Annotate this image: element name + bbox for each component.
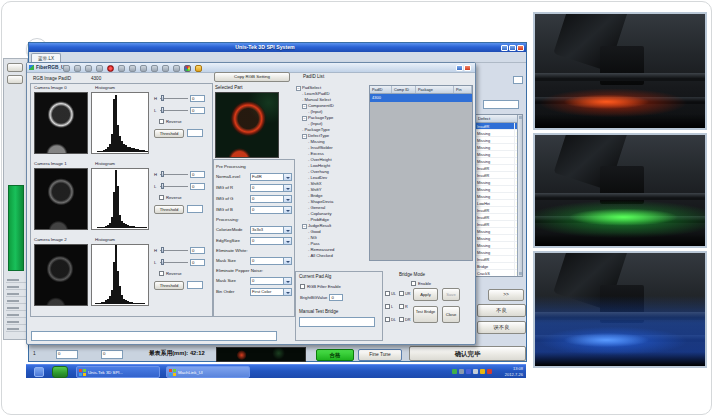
dialog-close-icon[interactable] bbox=[464, 65, 471, 71]
open-icon[interactable] bbox=[63, 65, 70, 72]
pass-button[interactable]: 合格 bbox=[316, 349, 354, 361]
h-value-input[interactable]: 0 bbox=[190, 95, 205, 102]
l-slider[interactable] bbox=[160, 107, 188, 114]
defect-row[interactable]: MissingN bbox=[476, 249, 522, 256]
slider-thumb[interactable] bbox=[161, 171, 164, 177]
defect-row[interactable]: MissingN bbox=[476, 186, 522, 193]
taskbar-app-1[interactable]: MachLink_UI bbox=[166, 366, 250, 378]
defect-row[interactable]: InsuffRN bbox=[476, 256, 522, 263]
save-icon[interactable] bbox=[74, 65, 81, 72]
l-value-input[interactable]: 0 bbox=[190, 183, 205, 190]
defect-table-scrollbar[interactable] bbox=[517, 115, 522, 276]
threshold-button[interactable]: Threshold bbox=[154, 205, 184, 214]
layers-icon[interactable] bbox=[151, 65, 158, 72]
reverse-checkbox[interactable] bbox=[159, 271, 164, 276]
bridge-checkbox[interactable] bbox=[385, 317, 390, 322]
false-ng-button[interactable]: 误不良 bbox=[477, 321, 526, 334]
defect-row[interactable]: MissingN bbox=[476, 158, 522, 165]
tree-expander-icon[interactable]: − bbox=[302, 104, 307, 109]
defect-row[interactable]: MissingN bbox=[476, 137, 522, 144]
bridge-checkbox[interactable] bbox=[385, 304, 390, 309]
defect-row[interactable]: LowHeiN bbox=[476, 200, 522, 207]
display-icon[interactable] bbox=[459, 369, 464, 374]
antivirus-icon[interactable] bbox=[452, 369, 457, 374]
zoom-icon[interactable] bbox=[173, 65, 180, 72]
bridge-enable-checkbox[interactable] bbox=[411, 281, 416, 286]
field-dropdown[interactable]: 0 bbox=[250, 195, 292, 203]
h-value-input[interactable]: 0 bbox=[190, 247, 205, 254]
bridge-checkbox[interactable] bbox=[399, 304, 404, 309]
field-dropdown[interactable]: 0 bbox=[250, 257, 292, 265]
defect-row[interactable]: MissingN bbox=[476, 144, 522, 151]
field-dropdown[interactable]: 0 bbox=[250, 277, 292, 285]
h-slider[interactable] bbox=[160, 95, 188, 102]
defect-row[interactable]: BridgeN bbox=[476, 263, 522, 270]
slider-thumb[interactable] bbox=[161, 183, 164, 189]
dialog-minimize-icon[interactable] bbox=[456, 65, 463, 71]
manual-test-bridge-input[interactable] bbox=[299, 317, 375, 327]
field-dropdown[interactable]: 0 bbox=[250, 206, 292, 214]
threshold-button[interactable]: Threshold bbox=[154, 129, 184, 138]
start-button[interactable] bbox=[52, 366, 68, 378]
paste-icon[interactable] bbox=[96, 65, 103, 72]
tree-expander-icon[interactable]: − bbox=[302, 116, 307, 121]
left-panel-button[interactable] bbox=[7, 63, 23, 72]
ng-button[interactable]: 不良 bbox=[477, 304, 526, 317]
h-slider[interactable] bbox=[160, 247, 188, 254]
bridge-checkbox[interactable] bbox=[385, 291, 390, 296]
field-dropdown[interactable]: First Color bbox=[250, 288, 292, 296]
field-dropdown[interactable]: 3x3x3 bbox=[250, 226, 292, 234]
pen-icon[interactable] bbox=[162, 65, 169, 72]
field-dropdown[interactable]: 0 bbox=[250, 237, 292, 245]
grid-icon[interactable] bbox=[129, 65, 136, 72]
tree-expander-icon[interactable]: − bbox=[302, 224, 307, 229]
save-button[interactable]: Save bbox=[442, 288, 460, 301]
defect-row[interactable]: MissingN bbox=[476, 151, 522, 158]
rgb-filter-checkbox[interactable] bbox=[300, 284, 305, 289]
ime-flag-icon[interactable] bbox=[487, 369, 492, 374]
slider-thumb[interactable] bbox=[161, 95, 164, 101]
l-value-input[interactable]: 0 bbox=[190, 259, 205, 266]
defect-row[interactable]: InsuffRN bbox=[476, 221, 522, 228]
defect-row[interactable]: MissingN bbox=[476, 130, 522, 137]
defect-row[interactable]: MissingN bbox=[476, 179, 522, 186]
threshold-value-input[interactable] bbox=[187, 129, 203, 137]
slider-thumb[interactable] bbox=[161, 247, 164, 253]
slider-thumb[interactable] bbox=[161, 107, 164, 113]
slider-thumb[interactable] bbox=[161, 259, 164, 265]
bridge-checkbox[interactable] bbox=[399, 291, 404, 296]
palette-icon[interactable] bbox=[184, 65, 191, 72]
panel-value-box[interactable] bbox=[483, 100, 519, 109]
defect-row[interactable]: InsuffRN bbox=[476, 207, 522, 214]
image-icon[interactable] bbox=[140, 65, 147, 72]
threshold-button[interactable]: Threshold bbox=[154, 281, 184, 290]
copy-icon[interactable] bbox=[85, 65, 92, 72]
fine-tune-button[interactable]: Fine Tune bbox=[358, 349, 402, 361]
close-icon[interactable] bbox=[517, 45, 524, 51]
field-dropdown[interactable]: FullR bbox=[250, 173, 292, 181]
status-value-2[interactable]: 0 bbox=[101, 350, 123, 359]
defect-row[interactable]: InsuffRN bbox=[476, 172, 522, 179]
field-dropdown[interactable]: 0 bbox=[250, 184, 292, 192]
defect-row[interactable]: CrackSN bbox=[476, 270, 522, 277]
maximize-icon[interactable] bbox=[509, 45, 516, 51]
defect-row[interactable]: InsuffRN bbox=[476, 165, 522, 172]
reverse-checkbox[interactable] bbox=[159, 195, 164, 200]
apply-button[interactable]: Apply bbox=[413, 288, 438, 301]
tree-item[interactable]: -All Checked bbox=[295, 253, 367, 259]
measure-icon[interactable] bbox=[118, 65, 125, 72]
reverse-checkbox[interactable] bbox=[159, 119, 164, 124]
threshold-value-input[interactable] bbox=[187, 281, 203, 289]
tree-expander-icon[interactable]: − bbox=[296, 86, 301, 91]
quick-launch-icon[interactable] bbox=[34, 367, 44, 377]
l-slider[interactable] bbox=[160, 183, 188, 190]
defect-row[interactable]: MissingN bbox=[476, 193, 522, 200]
panel-mini-button[interactable] bbox=[513, 76, 523, 84]
left-panel-button[interactable] bbox=[7, 75, 23, 84]
defect-row[interactable]: InsuffRN bbox=[476, 214, 522, 221]
minimize-icon[interactable] bbox=[501, 45, 508, 51]
taskbar-app-0[interactable]: Unis-Tek 3D SPI... bbox=[76, 366, 160, 378]
defect-row[interactable]: InsuffRN bbox=[476, 123, 522, 130]
update-icon[interactable] bbox=[480, 369, 485, 374]
record-icon[interactable] bbox=[107, 65, 114, 72]
